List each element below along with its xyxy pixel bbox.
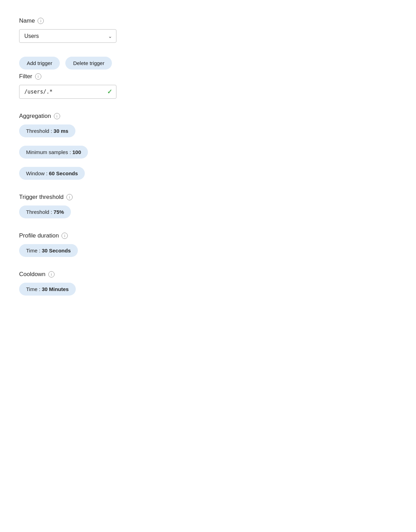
min-samples-value: 100: [72, 149, 81, 155]
cooldown-badge: Time : 30 Minutes: [19, 283, 76, 296]
filter-label: Filter: [19, 73, 32, 80]
window-badge: Window : 60 Seconds: [19, 167, 85, 180]
filter-input[interactable]: [19, 85, 116, 99]
trigger-threshold-badge: Threshold : 75%: [19, 205, 71, 218]
check-icon: ✓: [107, 88, 112, 96]
profile-duration-badge-value: 30 Seconds: [42, 248, 71, 253]
filter-label-row: Filter i: [19, 73, 397, 80]
profile-duration-label: Profile duration: [19, 232, 59, 239]
trigger-threshold-label: Trigger threshold: [19, 194, 64, 201]
name-label: Name: [19, 17, 35, 24]
filter-input-wrapper[interactable]: ✓: [19, 85, 116, 99]
trigger-threshold-badge-value: 75%: [54, 209, 64, 215]
trigger-threshold-section: Trigger threshold i Threshold : 75%: [19, 194, 397, 218]
cooldown-label: Cooldown: [19, 271, 46, 278]
profile-duration-section: Profile duration i Time : 30 Seconds: [19, 232, 397, 257]
profile-duration-label-row: Profile duration i: [19, 232, 397, 239]
profile-duration-info-icon: i: [62, 233, 68, 239]
delete-trigger-button[interactable]: Delete trigger: [65, 57, 112, 70]
filter-section: Filter i ✓: [19, 73, 397, 99]
trigger-threshold-label-row: Trigger threshold i: [19, 194, 397, 201]
threshold-label: Threshold :: [26, 128, 52, 134]
threshold-badge: Threshold : 30 ms: [19, 124, 75, 137]
trigger-threshold-badge-label: Threshold :: [26, 209, 52, 215]
cooldown-badge-label: Time :: [26, 286, 40, 292]
trigger-threshold-info-icon: i: [66, 194, 73, 200]
name-select-wrapper[interactable]: Users Groups Roles Services ⌄: [19, 29, 116, 43]
aggregation-section: Aggregation i Threshold : 30 ms Minimum …: [19, 113, 397, 180]
min-samples-label: Minimum samples :: [26, 149, 71, 155]
min-samples-badge: Minimum samples : 100: [19, 146, 88, 159]
cooldown-info-icon: i: [48, 271, 55, 277]
window-badge-container: Window : 60 Seconds: [19, 167, 397, 180]
threshold-badge-container: Threshold : 30 ms: [19, 124, 397, 137]
name-select[interactable]: Users Groups Roles Services: [19, 29, 116, 43]
window-label: Window :: [26, 170, 48, 176]
aggregation-label: Aggregation: [19, 113, 51, 120]
aggregation-info-icon: i: [54, 113, 60, 119]
cooldown-label-row: Cooldown i: [19, 271, 397, 278]
threshold-value: 30 ms: [54, 128, 68, 134]
profile-duration-badge-label: Time :: [26, 248, 40, 253]
trigger-buttons-section: Add trigger Delete trigger: [19, 57, 397, 70]
min-samples-badge-container: Minimum samples : 100: [19, 146, 397, 159]
profile-duration-badge: Time : 30 Seconds: [19, 244, 78, 257]
cooldown-section: Cooldown i Time : 30 Minutes: [19, 271, 397, 296]
name-info-icon: i: [38, 18, 44, 24]
cooldown-badge-value: 30 Minutes: [42, 286, 69, 292]
name-section: Name i Users Groups Roles Services ⌄: [19, 17, 397, 43]
filter-info-icon: i: [35, 73, 41, 80]
add-trigger-button[interactable]: Add trigger: [19, 57, 60, 70]
aggregation-label-row: Aggregation i: [19, 113, 397, 120]
window-value: 60 Seconds: [49, 170, 78, 176]
name-label-row: Name i: [19, 17, 397, 24]
